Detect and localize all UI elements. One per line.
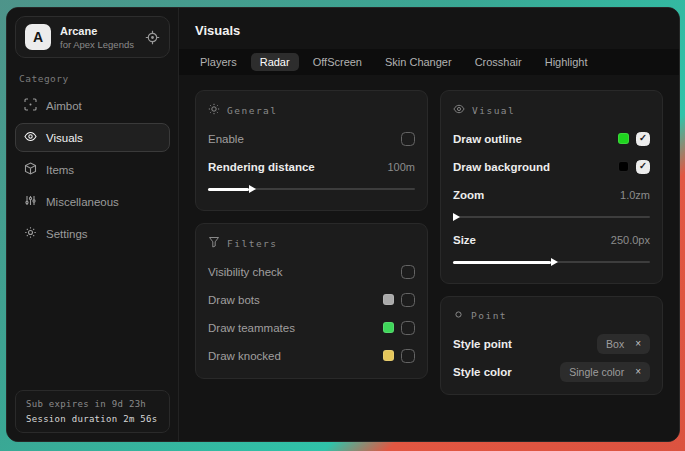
brand-card: A Arcane for Apex Legends xyxy=(15,16,170,58)
style-color-label: Style color xyxy=(453,366,512,378)
draw-outline-row: Draw outline xyxy=(453,128,650,149)
enable-label: Enable xyxy=(208,133,244,145)
tab-radar[interactable]: Radar xyxy=(251,53,299,71)
sliders-icon xyxy=(24,194,37,209)
panel-visual-header: Visual xyxy=(453,103,650,117)
tab-offscreen[interactable]: OffScreen xyxy=(304,53,371,71)
tab-highlight[interactable]: Highlight xyxy=(536,53,597,71)
desktop-wallpaper: { "ui": { "close_glyph": "×" }, "sidebar… xyxy=(0,0,685,451)
panel-point-header: Point xyxy=(453,309,650,322)
draw-bots-color-swatch[interactable] xyxy=(383,294,394,305)
draw-knocked-color-swatch[interactable] xyxy=(383,350,394,361)
category-label: Category xyxy=(19,73,166,84)
app-logo: A xyxy=(25,24,51,50)
sidebar-item-items[interactable]: Items xyxy=(15,155,170,184)
style-point-select[interactable]: Box × xyxy=(597,334,650,354)
sidebar-item-aimbot[interactable]: Aimbot xyxy=(15,91,170,120)
sidebar-item-settings[interactable]: Settings xyxy=(15,219,170,248)
zoom-value: 1.0zm xyxy=(620,189,650,201)
panel-filters: Filters Visibility check Draw bots xyxy=(195,223,428,379)
eye-icon xyxy=(24,130,37,145)
slider-thumb[interactable] xyxy=(208,188,249,191)
draw-bots-checkbox[interactable] xyxy=(401,293,415,307)
target-icon[interactable] xyxy=(145,30,160,45)
draw-background-label: Draw background xyxy=(453,161,550,173)
panel-title: Point xyxy=(471,310,507,321)
style-color-row: Style color Single color × xyxy=(453,361,650,382)
draw-knocked-checkbox[interactable] xyxy=(401,349,415,363)
draw-outline-checkbox[interactable] xyxy=(636,132,650,146)
style-point-label: Style point xyxy=(453,338,512,350)
slider-track xyxy=(453,216,650,218)
rendering-distance-slider[interactable] xyxy=(208,184,415,194)
eye-icon xyxy=(453,103,465,117)
panel-visual: Visual Draw outline Draw background xyxy=(440,90,663,284)
close-icon[interactable]: × xyxy=(635,339,641,349)
rendering-distance-row: Rendering distance 100m xyxy=(208,156,415,177)
panel-title: General xyxy=(227,105,278,116)
brand-title: Arcane xyxy=(60,25,134,37)
style-color-selected-value: Single color xyxy=(569,366,624,378)
sub-expires-text: Sub expires in 9d 23h xyxy=(26,399,159,409)
panel-general-header: General xyxy=(208,103,415,117)
style-color-select[interactable]: Single color × xyxy=(560,362,650,382)
tab-crosshair[interactable]: Crosshair xyxy=(466,53,531,71)
visibility-check-row: Visibility check xyxy=(208,261,415,282)
draw-background-color-swatch[interactable] xyxy=(618,161,629,172)
close-icon[interactable]: × xyxy=(635,367,641,377)
zoom-label: Zoom xyxy=(453,189,484,201)
draw-bots-row: Draw bots xyxy=(208,289,415,310)
size-slider[interactable] xyxy=(453,257,650,267)
size-label: Size xyxy=(453,234,476,246)
draw-knocked-row: Draw knocked xyxy=(208,345,415,366)
right-column: Visual Draw outline Draw background xyxy=(440,90,663,395)
style-point-selected-value: Box xyxy=(606,338,624,350)
sidebar-item-label: Visuals xyxy=(46,132,83,144)
sidebar-item-visuals[interactable]: Visuals xyxy=(15,123,170,152)
visibility-check-checkbox[interactable] xyxy=(401,265,415,279)
tab-bar: Players Radar OffScreen Skin Changer Cro… xyxy=(179,49,679,75)
panel-filters-header: Filters xyxy=(208,236,415,250)
session-card: Sub expires in 9d 23h Session duration 2… xyxy=(15,390,170,433)
draw-knocked-label: Draw knocked xyxy=(208,350,281,362)
main-area: Visuals Players Radar OffScreen Skin Cha… xyxy=(179,8,679,441)
tab-skin-changer[interactable]: Skin Changer xyxy=(376,53,461,71)
enable-row: Enable xyxy=(208,128,415,149)
tab-players[interactable]: Players xyxy=(191,53,246,71)
size-row: Size 250.0px xyxy=(453,229,650,250)
style-point-row: Style point Box × xyxy=(453,333,650,354)
sidebar: A Arcane for Apex Legends Category xyxy=(7,8,179,441)
draw-background-checkbox[interactable] xyxy=(636,160,650,174)
dot-circle-icon xyxy=(453,309,464,322)
sidebar-item-label: Items xyxy=(46,164,74,176)
draw-outline-label: Draw outline xyxy=(453,133,522,145)
page-title: Visuals xyxy=(179,8,679,49)
session-duration-text: Session duration 2m 56s xyxy=(26,414,159,424)
panel-title: Visual xyxy=(472,105,515,116)
zoom-row: Zoom 1.0zm xyxy=(453,184,650,205)
draw-bots-label: Draw bots xyxy=(208,294,260,306)
crosshair-icon xyxy=(24,98,37,113)
brand-text: Arcane for Apex Legends xyxy=(60,25,134,50)
slider-thumb[interactable] xyxy=(453,261,552,264)
panel-point: Point Style point Box × Style color Sing… xyxy=(440,296,663,395)
draw-teammates-label: Draw teammates xyxy=(208,322,295,334)
funnel-icon xyxy=(208,236,220,250)
sidebar-item-label: Aimbot xyxy=(46,100,82,112)
zoom-slider[interactable] xyxy=(453,212,650,222)
panel-general: General Enable Rendering distance 100m xyxy=(195,90,428,211)
sidebar-item-miscellaneous[interactable]: Miscellaneous xyxy=(15,187,170,216)
gear-icon xyxy=(24,226,37,241)
sun-icon xyxy=(208,103,220,117)
visibility-check-label: Visibility check xyxy=(208,266,283,278)
size-value: 250.0px xyxy=(611,234,650,246)
sidebar-item-label: Settings xyxy=(46,228,88,240)
draw-outline-color-swatch[interactable] xyxy=(618,133,629,144)
draw-teammates-color-swatch[interactable] xyxy=(383,322,394,333)
draw-teammates-checkbox[interactable] xyxy=(401,321,415,335)
rendering-distance-value: 100m xyxy=(387,161,415,173)
sidebar-item-label: Miscellaneous xyxy=(46,196,119,208)
content-area: General Enable Rendering distance 100m xyxy=(179,75,679,410)
enable-checkbox[interactable] xyxy=(401,132,415,146)
app-window: A Arcane for Apex Legends Category xyxy=(6,7,680,442)
